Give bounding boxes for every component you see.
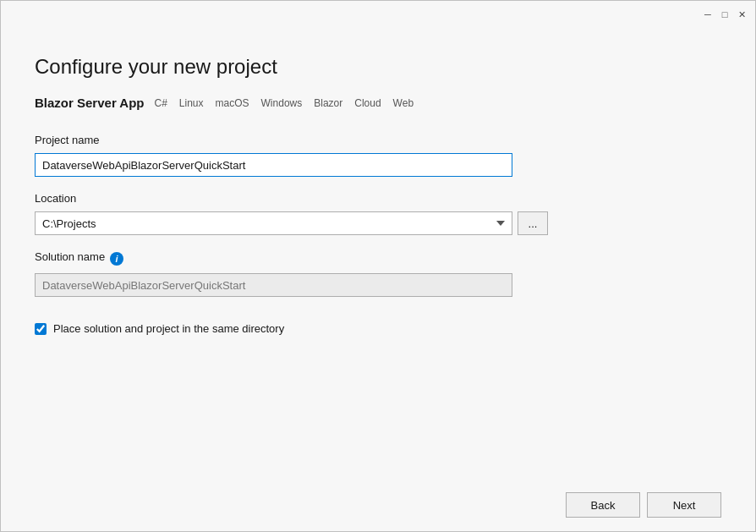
project-name-input[interactable]: [35, 153, 512, 177]
project-name-label: Project name: [35, 134, 721, 146]
location-row: C:\Projects ...: [35, 211, 721, 235]
back-button[interactable]: Back: [566, 492, 640, 518]
tag-macos: macOS: [214, 96, 251, 110]
app-name: Blazor Server App: [35, 96, 145, 110]
project-name-section: Project name: [35, 134, 721, 177]
next-button[interactable]: Next: [647, 492, 721, 518]
tag-blazor: Blazor: [312, 96, 344, 110]
close-button[interactable]: ✕: [735, 8, 748, 21]
minimize-button[interactable]: ─: [701, 8, 715, 21]
tag-linux: Linux: [178, 96, 205, 110]
solution-name-label-row: Solution name i: [35, 250, 721, 266]
solution-name-input: [35, 273, 512, 297]
title-bar: ─ □ ✕: [1, 1, 755, 28]
info-icon: i: [110, 252, 123, 266]
tag-web: Web: [392, 96, 415, 110]
browse-button[interactable]: ...: [518, 211, 548, 235]
checkbox-label: Place solution and project in the same d…: [53, 322, 284, 335]
app-type-row: Blazor Server App C# Linux macOS Windows…: [35, 96, 721, 110]
page-title: Configure your new project: [35, 55, 721, 79]
tag-cloud: Cloud: [353, 96, 382, 110]
solution-name-label: Solution name: [35, 250, 105, 263]
main-window: ─ □ ✕ Configure your new project Blazor …: [0, 0, 756, 532]
footer: Back Next: [1, 479, 755, 531]
same-directory-checkbox[interactable]: [35, 323, 47, 335]
location-select[interactable]: C:\Projects: [35, 211, 512, 235]
tag-windows: Windows: [260, 96, 304, 110]
location-label: Location: [35, 192, 721, 205]
location-section: Location C:\Projects ...: [35, 192, 721, 235]
maximize-button[interactable]: □: [718, 8, 731, 21]
solution-name-section: Solution name i: [35, 250, 721, 297]
main-content: Configure your new project Blazor Server…: [1, 28, 755, 479]
checkbox-row: Place solution and project in the same d…: [35, 322, 721, 335]
tag-csharp: C#: [153, 96, 169, 110]
